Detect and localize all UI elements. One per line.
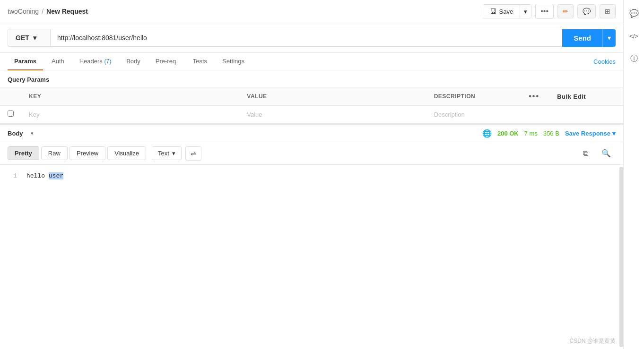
headers-badge: (7) bbox=[104, 58, 111, 65]
top-bar: twoConing / New Request 🖫 Save ▾ ••• ✏ 💬… bbox=[0, 0, 623, 23]
right-sidebar: 💬 </> ⓘ bbox=[623, 0, 644, 349]
send-button[interactable]: Send bbox=[562, 29, 602, 47]
col-description-header: DESCRIPTION bbox=[426, 87, 522, 106]
view-pretty-button[interactable]: Pretty bbox=[8, 146, 39, 160]
row-actions-cell bbox=[521, 106, 549, 123]
tab-headers[interactable]: Headers (7) bbox=[73, 53, 118, 70]
response-header: Body ▾ 🌐 200 OK 7 ms 356 B Save Response… bbox=[0, 125, 623, 142]
tab-tests[interactable]: Tests bbox=[186, 53, 214, 70]
breadcrumb-current: New Request bbox=[46, 8, 88, 15]
send-button-group: Send ▾ bbox=[562, 29, 616, 47]
tab-auth[interactable]: Auth bbox=[45, 53, 71, 70]
query-params-title: Query Params bbox=[0, 70, 623, 87]
save-label: Save bbox=[499, 8, 513, 15]
breadcrumb: twoConing / New Request bbox=[8, 8, 88, 15]
copy-response-button[interactable]: ⧉ bbox=[578, 146, 593, 161]
bulk-edit-button[interactable]: Bulk Edit bbox=[557, 93, 586, 100]
row-checkbox-cell bbox=[0, 106, 21, 123]
chat-button[interactable]: 💬 bbox=[577, 4, 596, 18]
response-toolbar: Pretty Raw Preview Visualize Text ▾ ⇌ ⧉ … bbox=[0, 142, 623, 165]
scrollbar-indicator[interactable] bbox=[619, 167, 623, 347]
params-table: KEY VALUE DESCRIPTION ••• Bulk Edit bbox=[0, 87, 623, 123]
row-extra-cell bbox=[549, 106, 623, 123]
response-size: 356 B bbox=[543, 130, 559, 137]
save-button-group: 🖫 Save ▾ bbox=[483, 4, 532, 18]
method-dropdown-icon: ▾ bbox=[33, 34, 36, 42]
format-dropdown-icon: ▾ bbox=[172, 150, 175, 157]
copy-icon: ⧉ bbox=[583, 149, 588, 157]
table-row: Key Value Description bbox=[0, 106, 623, 123]
tab-bar: Params Auth Headers (7) Body Pre-req. Te… bbox=[0, 53, 623, 70]
highlighted-word: user bbox=[49, 172, 63, 179]
col-value-header: VALUE bbox=[239, 87, 426, 106]
filter-icon: ⇌ bbox=[191, 150, 196, 157]
save-icon: 🖫 bbox=[490, 8, 496, 15]
format-label: Text bbox=[158, 150, 169, 157]
row-key-cell[interactable]: Key bbox=[21, 106, 239, 123]
view-raw-button[interactable]: Raw bbox=[41, 146, 68, 160]
format-selector[interactable]: Text ▾ bbox=[152, 146, 182, 160]
top-actions: 🖫 Save ▾ ••• ✏ 💬 ⊞ bbox=[483, 4, 616, 19]
code-icon[interactable]: </> bbox=[627, 28, 642, 43]
status-globe-icon[interactable]: 🌐 bbox=[482, 129, 492, 138]
save-response-label: Save Response bbox=[565, 130, 610, 137]
tab-params[interactable]: Params bbox=[8, 53, 43, 70]
tab-prereq[interactable]: Pre-req. bbox=[149, 53, 184, 70]
status-code: 200 OK bbox=[497, 130, 519, 137]
line-content: hello user bbox=[26, 170, 63, 181]
url-input[interactable] bbox=[50, 29, 562, 47]
more-button[interactable]: ••• bbox=[535, 4, 554, 19]
col-check-header bbox=[0, 87, 21, 106]
row-checkbox[interactable] bbox=[8, 111, 14, 117]
tab-body[interactable]: Body bbox=[120, 53, 147, 70]
watermark: CSDN @谁是黄黄 bbox=[569, 337, 616, 345]
breadcrumb-separator: / bbox=[42, 8, 44, 15]
column-more-icon[interactable]: ••• bbox=[529, 92, 540, 100]
response-section: Body ▾ 🌐 200 OK 7 ms 356 B Save Response… bbox=[0, 123, 623, 349]
response-status: 🌐 200 OK 7 ms 356 B Save Response ▾ bbox=[482, 129, 616, 138]
view-visualize-button[interactable]: Visualize bbox=[107, 146, 146, 160]
bulk-edit-header: Bulk Edit bbox=[549, 87, 623, 106]
body-label: Body bbox=[8, 130, 23, 137]
code-area: 1 hello user bbox=[0, 165, 623, 349]
col-key-header: KEY bbox=[21, 87, 239, 106]
filter-button[interactable]: ⇌ bbox=[185, 146, 201, 161]
row-value-cell[interactable]: Value bbox=[239, 106, 426, 123]
save-button[interactable]: 🖫 Save bbox=[483, 5, 520, 18]
method-selector[interactable]: GET ▾ bbox=[8, 29, 50, 47]
edit-button[interactable]: ✏ bbox=[557, 4, 574, 18]
tab-settings[interactable]: Settings bbox=[216, 53, 251, 70]
view-preview-button[interactable]: Preview bbox=[70, 146, 105, 160]
col-actions-header: ••• bbox=[521, 87, 549, 106]
info-icon[interactable]: ⓘ bbox=[627, 51, 642, 66]
body-dropdown-arrow[interactable]: ▾ bbox=[31, 130, 34, 136]
save-dropdown-button[interactable]: ▾ bbox=[520, 5, 531, 18]
copy-layout-button[interactable]: ⊞ bbox=[600, 4, 616, 18]
line-number: 1 bbox=[8, 170, 17, 181]
code-line: 1 hello user bbox=[8, 170, 616, 181]
breadcrumb-parent[interactable]: twoConing bbox=[8, 8, 39, 15]
cookies-link[interactable]: Cookies bbox=[593, 58, 616, 65]
save-response-button[interactable]: Save Response ▾ bbox=[565, 130, 616, 137]
response-actions: ⧉ 🔍 bbox=[578, 146, 616, 161]
comment-icon[interactable]: 💬 bbox=[627, 6, 642, 21]
method-label: GET bbox=[16, 34, 29, 42]
search-response-button[interactable]: 🔍 bbox=[597, 146, 616, 161]
url-bar: GET ▾ Send ▾ bbox=[0, 23, 623, 53]
save-response-dropdown-icon: ▾ bbox=[612, 130, 616, 137]
search-icon: 🔍 bbox=[601, 149, 611, 157]
row-description-cell[interactable]: Description bbox=[426, 106, 522, 123]
response-time: 7 ms bbox=[524, 130, 538, 137]
send-dropdown-button[interactable]: ▾ bbox=[602, 29, 616, 47]
